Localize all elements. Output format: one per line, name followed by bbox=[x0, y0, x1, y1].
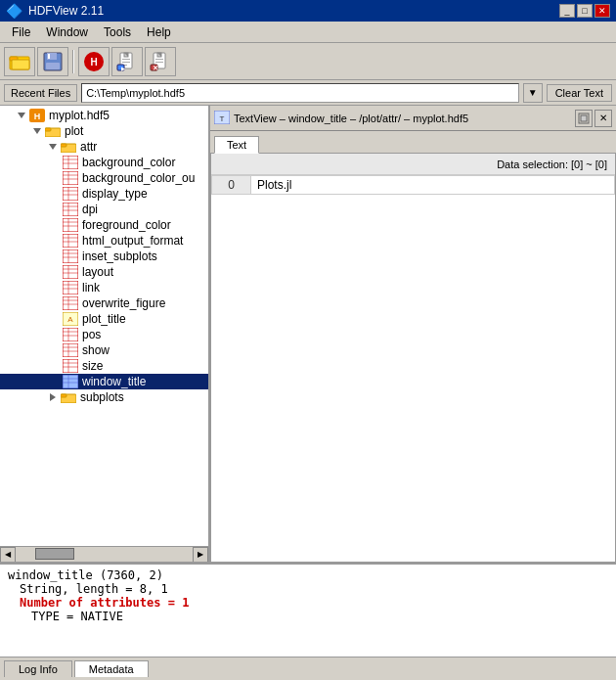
dataset-icon-size bbox=[63, 359, 78, 373]
svg-rect-93 bbox=[581, 115, 587, 121]
text-view-title-text: TextView – window_title – /plot/attr/ – … bbox=[234, 113, 468, 124]
dataset-icon-fg-color bbox=[63, 218, 78, 232]
tab-text[interactable]: Text bbox=[214, 136, 259, 154]
text-content-area: Data selection: [0] ~ [0] 0 Plots.jl bbox=[210, 153, 616, 563]
title-bar-controls[interactable]: _ □ ✕ bbox=[559, 4, 610, 18]
svg-rect-20 bbox=[155, 59, 163, 60]
text-view-controls[interactable]: ✕ bbox=[575, 110, 612, 127]
menu-help[interactable]: Help bbox=[139, 23, 179, 41]
dataset-icon-bg-color bbox=[63, 156, 78, 169]
expand-icon-plot bbox=[31, 124, 45, 138]
tree-label-background-color: background_color bbox=[82, 156, 175, 169]
scroll-right-button[interactable]: ▶ bbox=[193, 547, 208, 563]
scroll-track[interactable] bbox=[16, 547, 193, 563]
dataset-icon-dpi bbox=[63, 203, 78, 216]
tab-log-info[interactable]: Log Info bbox=[4, 660, 72, 677]
svg-text:A: A bbox=[67, 315, 73, 324]
tree-item-layout[interactable]: layout bbox=[0, 264, 208, 280]
recent-files-input[interactable] bbox=[81, 83, 519, 103]
svg-rect-6 bbox=[46, 63, 60, 69]
tree-item-size[interactable]: size bbox=[0, 358, 208, 374]
dataset-icon-display-type bbox=[63, 187, 78, 201]
tree-item-root[interactable]: H myplot.hdf5 bbox=[0, 108, 208, 123]
dataset-icon-window-title bbox=[63, 375, 78, 388]
open-file-button[interactable]: ▶ bbox=[111, 47, 143, 76]
right-panel: T TextView – window_title – /plot/attr/ … bbox=[210, 106, 616, 563]
svg-rect-2 bbox=[12, 60, 29, 69]
menu-file[interactable]: File bbox=[4, 23, 38, 41]
tree-label-plot: plot bbox=[65, 124, 83, 138]
maximize-button[interactable]: □ bbox=[577, 4, 593, 18]
cell-value: Plots.jl bbox=[251, 176, 615, 195]
dataset-icon-bg-color-ou bbox=[63, 171, 78, 185]
undock-button[interactable] bbox=[575, 110, 593, 127]
dataset-icon-show bbox=[63, 343, 78, 357]
tree-item-background-color[interactable]: background_color bbox=[0, 155, 208, 170]
app-icon: 🔷 bbox=[6, 3, 22, 19]
data-table: 0 Plots.jl bbox=[211, 175, 615, 195]
svg-text:H: H bbox=[34, 112, 41, 121]
title-bar-left: 🔷 HDFView 2.11 bbox=[6, 3, 104, 19]
svg-rect-58 bbox=[63, 265, 78, 279]
tree-label-attr: attr bbox=[80, 140, 97, 154]
hdf-logo-button[interactable]: H bbox=[78, 47, 110, 76]
tree-label-html-output: html_output_format bbox=[82, 234, 183, 248]
recent-files-dropdown[interactable]: ▼ bbox=[523, 83, 543, 103]
svg-rect-13 bbox=[122, 62, 130, 63]
status-line-4: TYPE = NATIVE bbox=[8, 610, 608, 623]
open-folder-button[interactable] bbox=[4, 47, 35, 76]
svg-rect-21 bbox=[155, 62, 163, 63]
svg-rect-34 bbox=[63, 171, 78, 185]
svg-rect-29 bbox=[61, 144, 66, 147]
tree-item-subplots[interactable]: subplots bbox=[0, 389, 208, 405]
tree-label-show: show bbox=[82, 343, 110, 357]
text-view-title: T TextView – window_title – /plot/attr/ … bbox=[214, 111, 468, 126]
row-number: 0 bbox=[212, 176, 251, 195]
tree-item-attr[interactable]: attr bbox=[0, 139, 208, 155]
scroll-thumb[interactable] bbox=[35, 548, 74, 560]
status-line-1: window_title (7360, 2) bbox=[8, 568, 608, 582]
scroll-left-button[interactable]: ◀ bbox=[0, 547, 16, 563]
tree-item-overwrite-figure[interactable]: overwrite_figure bbox=[0, 295, 208, 311]
tree-label-display-type: display_type bbox=[82, 187, 148, 201]
status-line-2: String, length = 8, 1 bbox=[8, 582, 608, 596]
menu-window[interactable]: Window bbox=[38, 23, 96, 41]
tree-item-show[interactable]: show bbox=[0, 342, 208, 358]
save-button[interactable] bbox=[37, 47, 68, 76]
tree-item-plot-title[interactable]: A plot_title bbox=[0, 311, 208, 327]
tree-item-plot[interactable]: plot bbox=[0, 123, 208, 139]
tree-label-plot-title: plot_title bbox=[82, 312, 126, 326]
left-scrollbar[interactable]: ◀ ▶ bbox=[0, 546, 208, 562]
tree-item-html-output-format[interactable]: html_output_format bbox=[0, 233, 208, 249]
close-button[interactable]: ✕ bbox=[594, 4, 610, 18]
tree-label-root: myplot.hdf5 bbox=[49, 109, 110, 122]
data-selection-bar: Data selection: [0] ~ [0] bbox=[211, 154, 615, 175]
tree-item-background-color-ou[interactable]: background_color_ou bbox=[0, 170, 208, 186]
svg-text:H: H bbox=[90, 57, 97, 68]
close-view-button[interactable]: ✕ bbox=[594, 110, 612, 127]
svg-rect-5 bbox=[48, 54, 50, 59]
tree-item-foreground-color[interactable]: foreground_color bbox=[0, 217, 208, 233]
tree-item-link[interactable]: link bbox=[0, 280, 208, 295]
tree-item-inset-subplots[interactable]: inset_subplots bbox=[0, 249, 208, 264]
recent-files-bar: Recent Files ▼ Clear Text bbox=[0, 80, 616, 106]
status-bar: window_title (7360, 2) String, length = … bbox=[0, 563, 616, 657]
dataset-icon-plot-title: A bbox=[63, 312, 78, 326]
menu-tools[interactable]: Tools bbox=[96, 23, 139, 41]
tree-label-dpi: dpi bbox=[82, 203, 98, 216]
tree-item-dpi[interactable]: dpi bbox=[0, 202, 208, 217]
dataset-icon-overwrite bbox=[63, 296, 78, 310]
tree-item-display-type[interactable]: display_type bbox=[0, 186, 208, 202]
svg-rect-42 bbox=[63, 203, 78, 216]
dataset-icon-link bbox=[63, 281, 78, 295]
menu-bar: File Window Tools Help bbox=[0, 22, 616, 43]
minimize-button[interactable]: _ bbox=[559, 4, 575, 18]
tab-metadata[interactable]: Metadata bbox=[74, 660, 149, 677]
tree-label-link: link bbox=[82, 281, 100, 295]
tree-item-pos[interactable]: pos bbox=[0, 327, 208, 342]
clear-text-button[interactable]: Clear Text bbox=[547, 84, 612, 102]
close-file-button[interactable]: ✕ bbox=[145, 47, 176, 76]
tree-item-window-title[interactable]: window_title bbox=[0, 374, 208, 389]
tree-label-pos: pos bbox=[82, 328, 101, 341]
text-view-icon: T bbox=[214, 111, 230, 126]
